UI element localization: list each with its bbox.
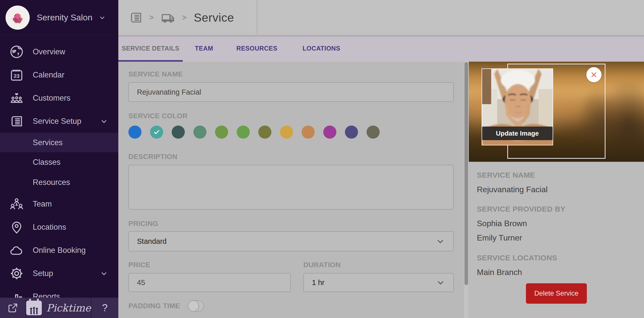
sidebar-item-label: Resources [33, 178, 70, 187]
header-divider [257, 0, 257, 35]
sidebar: Serenity Salon Overview 23 [0, 0, 118, 318]
duration-value: 1 hr [312, 279, 325, 287]
team-icon [9, 196, 25, 212]
sidebar-item-classes[interactable]: Classes [0, 152, 118, 172]
service-summary-panel: Update Image SERVICE NAME Rejuvanating F… [469, 62, 644, 318]
sidebar-item-setup[interactable]: Setup [0, 262, 118, 285]
newspaper-icon [9, 113, 25, 129]
description-label: DESCRIPTION [128, 153, 464, 161]
color-swatch[interactable] [302, 126, 315, 139]
check-icon [153, 128, 160, 136]
color-swatch[interactable] [193, 126, 206, 139]
sidebar-item-team[interactable]: Team [0, 192, 118, 216]
color-swatch[interactable] [172, 126, 185, 139]
calendar-icon: 23 [9, 67, 25, 83]
help-button[interactable]: ? [91, 298, 118, 318]
pricing-value: Standard [137, 237, 167, 246]
sidebar-item-customers[interactable]: Customers [0, 87, 118, 110]
vertical-scrollbar-track[interactable] [464, 62, 469, 318]
duration-label: DURATION [303, 261, 454, 269]
summary-service-name-label: SERVICE NAME [477, 171, 635, 179]
duration-select[interactable]: 1 hr [303, 273, 454, 292]
sidebar-item-label: Locations [33, 223, 66, 232]
sidebar-item-label: Services [33, 138, 63, 147]
sidebar-item-service-setup[interactable]: Service Setup [0, 110, 118, 133]
picktime-logo-icon [26, 301, 42, 315]
toggle-knob [188, 300, 199, 312]
update-image-label: Update Image [496, 130, 539, 137]
summary-service-name-value: Rejuvanating Facial [477, 185, 635, 194]
staff-name: Sophia Brown [477, 219, 635, 228]
color-swatch[interactable] [215, 126, 228, 139]
vertical-scrollbar-thumb[interactable] [464, 62, 468, 285]
sidebar-item-locations[interactable]: Locations [0, 216, 118, 239]
color-swatch[interactable] [367, 126, 380, 139]
tab-service-details[interactable]: SERVICE DETAILS [118, 35, 183, 62]
color-swatch[interactable] [258, 126, 271, 139]
service-setup-breadcrumb-icon[interactable] [129, 11, 143, 25]
top-bar: > > Service [118, 0, 644, 35]
color-swatch[interactable] [323, 126, 336, 139]
price-input[interactable] [128, 273, 291, 292]
service-color-swatches [128, 126, 464, 139]
location-name: Main Branch [477, 268, 635, 277]
external-link-button[interactable] [0, 298, 26, 318]
page-title: Service [194, 11, 234, 24]
pricing-select[interactable]: Standard [128, 231, 454, 251]
service-name-label: SERVICE NAME [128, 70, 464, 78]
color-swatch[interactable] [128, 126, 141, 139]
breadcrumb-separator: > [182, 13, 187, 22]
sidebar-footer: Picktime ? [0, 298, 118, 318]
service-name-input[interactable] [128, 82, 454, 102]
service-summary-details: SERVICE NAME Rejuvanating Facial SERVICE… [477, 162, 635, 277]
sidebar-item-label: Setup [33, 269, 53, 278]
sidebar-item-overview[interactable]: Overview [0, 40, 118, 63]
color-swatch[interactable] [237, 126, 250, 139]
picktime-wordmark: Picktime [46, 302, 91, 314]
summary-provided-by-label: SERVICE PROVIDED BY [477, 205, 635, 213]
question-mark-icon: ? [102, 302, 108, 313]
tabs-bar: SERVICE DETAILS TEAM RESOURCES LOCATIONS [118, 35, 644, 62]
color-swatch[interactable] [345, 126, 358, 139]
sidebar-item-online-booking[interactable]: Online Booking [0, 239, 118, 262]
remove-image-button[interactable] [586, 67, 601, 82]
sidebar-item-label: Customers [33, 94, 70, 103]
sidebar-menu: Overview 23 Calendar Customers [0, 40, 118, 308]
tab-label: LOCATIONS [303, 45, 340, 52]
map-pin-icon [9, 219, 25, 235]
color-swatch[interactable] [280, 126, 293, 139]
workspace-switcher[interactable]: Serenity Salon [0, 0, 118, 35]
update-image-button[interactable]: Update Image [482, 127, 553, 140]
picktime-brand[interactable]: Picktime [26, 298, 91, 318]
customers-icon [9, 90, 25, 106]
breadcrumb-separator: > [149, 13, 154, 22]
workspace-name: Serenity Salon [37, 13, 92, 22]
tab-locations[interactable]: LOCATIONS [295, 35, 348, 62]
sidebar-item-resources[interactable]: Resources [0, 172, 118, 192]
color-swatch-selected[interactable] [150, 126, 163, 139]
close-icon [590, 71, 598, 78]
staff-name: Emily Turner [477, 233, 635, 243]
service-breadcrumb-icon[interactable] [160, 10, 176, 26]
sidebar-item-label: Classes [33, 158, 60, 167]
sidebar-item-label: Calendar [33, 70, 64, 80]
tab-resources[interactable]: RESOURCES [229, 35, 285, 62]
chevron-down-icon [100, 270, 108, 277]
pricing-label: PRICING [128, 220, 464, 228]
sidebar-item-label: Overview [33, 47, 65, 56]
description-textarea[interactable] [128, 165, 454, 210]
tab-team[interactable]: TEAM [187, 35, 221, 62]
tab-label: SERVICE DETAILS [122, 45, 180, 52]
sidebar-item-services[interactable]: Services [0, 133, 118, 152]
delete-service-button[interactable]: Delete Service [526, 283, 587, 304]
salon-logo [6, 6, 30, 30]
sidebar-item-label: Online Booking [33, 246, 86, 255]
chevron-down-icon [436, 237, 445, 246]
gear-icon [9, 265, 25, 282]
sidebar-item-calendar[interactable]: 23 Calendar [0, 63, 118, 87]
cloud-icon [9, 242, 25, 258]
chevron-down-icon [100, 117, 108, 125]
lotus-icon [10, 10, 25, 25]
padding-time-toggle[interactable] [188, 300, 204, 312]
sidebar-item-label: Team [33, 200, 52, 209]
